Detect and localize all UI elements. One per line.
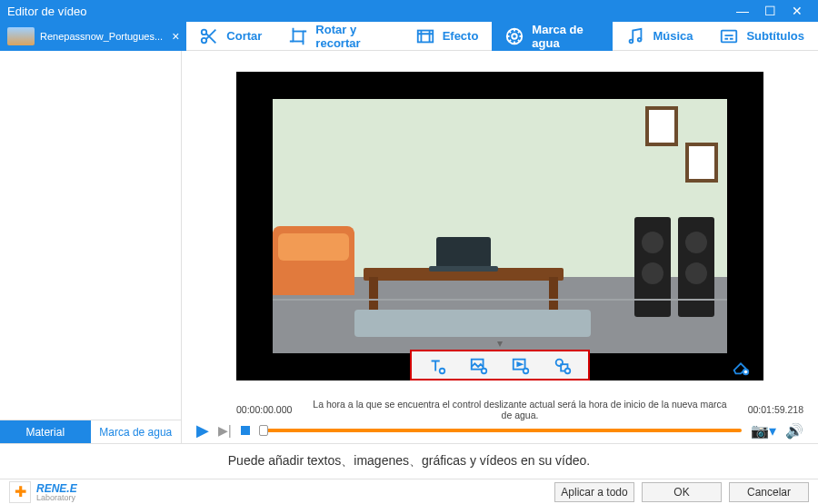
brand: ✚ RENE.E Laboratory <box>9 481 547 503</box>
video-scene <box>273 99 727 353</box>
title-bar: Editor de vídeo — ☐ ✕ <box>0 0 818 22</box>
brand-sub: Laboratory <box>36 493 77 502</box>
svg-point-7 <box>638 37 642 41</box>
step-button-icon[interactable]: ▶| <box>218 423 232 438</box>
file-thumbnail <box>7 27 35 45</box>
file-tab-label: Renepassnow_Portugues... <box>40 31 163 42</box>
file-tab-close-icon[interactable]: × <box>172 29 179 44</box>
sidebar-tab-watermark[interactable]: Marca de agua <box>91 420 182 443</box>
footer: ✚ RENE.E Laboratory Aplicar a todo OK Ca… <box>0 479 818 504</box>
tab-cut[interactable]: Cortar <box>186 22 275 51</box>
watermark-tool-strip <box>410 350 590 380</box>
stamp-icon <box>504 26 524 46</box>
playback-controls: ▶ ▶| 📷▾ 🔊 <box>182 418 818 443</box>
wall-art-1 <box>645 106 678 146</box>
timeline-slider-thumb[interactable] <box>259 425 268 436</box>
tab-watermark[interactable]: Marca de agua <box>492 22 613 51</box>
tab-row: Renepassnow_Portugues... × Cortar Rotar … <box>0 22 818 51</box>
video-frame[interactable]: ▾ <box>236 72 763 380</box>
bottom-bar: Puede añadir textos、imagenes、gráficas y … <box>0 443 818 504</box>
tab-rotate[interactable]: Rotar y recortar <box>275 22 402 51</box>
preview-column: ▾ 00:00:00.000 La hora a la que se encue… <box>182 51 818 443</box>
svg-rect-3 <box>417 30 433 42</box>
close-button[interactable]: ✕ <box>783 4 811 18</box>
apply-all-button[interactable]: Aplicar a todo <box>554 482 634 502</box>
timeline-info: 00:00:00.000 La hora a la que se encuent… <box>182 401 818 418</box>
tab-music[interactable]: Música <box>613 22 706 51</box>
tab-label: Música <box>653 29 693 43</box>
brand-text-wrap: RENE.E Laboratory <box>36 482 77 502</box>
svg-point-6 <box>630 39 633 43</box>
tab-label: Efecto <box>443 29 479 43</box>
svg-rect-2 <box>294 31 304 41</box>
collapse-chevron-icon[interactable]: ▾ <box>497 337 503 350</box>
tab-label: Marca de agua <box>532 23 599 50</box>
rug <box>354 310 591 337</box>
subtitle-icon <box>719 26 739 46</box>
music-note-icon <box>625 26 645 46</box>
stop-button-icon[interactable] <box>241 426 250 435</box>
add-image-watermark-icon[interactable] <box>468 355 490 377</box>
timeline-slider[interactable] <box>259 429 742 432</box>
maximize-button[interactable]: ☐ <box>756 4 783 18</box>
sidebar-tab-material[interactable]: Material <box>0 420 91 443</box>
play-button-icon[interactable]: ▶ <box>196 420 209 440</box>
add-video-watermark-icon[interactable] <box>510 355 532 377</box>
time-start: 00:00:00.000 <box>236 404 292 415</box>
floor-line <box>273 299 727 301</box>
snapshot-icon[interactable]: 📷▾ <box>751 422 776 440</box>
sidebar-bottom-tabs: Material Marca de agua <box>0 420 181 443</box>
ok-button[interactable]: OK <box>642 482 722 502</box>
tab-label: Rotar y recortar <box>315 23 388 50</box>
svg-point-5 <box>513 34 518 39</box>
sidebar: Material Marca de agua <box>0 51 182 443</box>
scissors-icon <box>199 26 219 46</box>
speaker-left <box>634 217 671 317</box>
wall-art-2 <box>685 143 718 183</box>
time-end: 00:01:59.218 <box>748 404 803 415</box>
tab-label: Cortar <box>226 29 262 43</box>
window-title: Editor de vídeo <box>7 5 729 18</box>
add-shape-watermark-icon[interactable] <box>552 355 574 377</box>
brand-logo-icon: ✚ <box>9 481 31 503</box>
erase-watermark-icon[interactable] <box>731 357 751 377</box>
laptop <box>436 237 491 268</box>
sidebar-body <box>0 51 181 420</box>
add-text-watermark-icon[interactable] <box>426 355 448 377</box>
preview-area: ▾ <box>182 51 818 401</box>
minimize-button[interactable]: — <box>729 4 756 18</box>
stab-label: Marca de agua <box>99 426 172 439</box>
stab-label: Material <box>25 426 65 439</box>
cancel-button[interactable]: Cancelar <box>729 482 809 502</box>
tab-subtitle[interactable]: Subtítulos <box>706 22 818 51</box>
tab-label: Subtítulos <box>746 29 804 43</box>
filmstrip-icon <box>415 26 435 46</box>
crop-rotate-icon <box>288 26 308 46</box>
sofa <box>273 226 354 295</box>
helper-text: Puede añadir textos、imagenes、gráficas y … <box>0 444 818 479</box>
volume-icon[interactable]: 🔊 <box>785 422 803 440</box>
tab-effect[interactable]: Efecto <box>403 22 493 51</box>
content-area: Material Marca de agua <box>0 51 818 443</box>
file-tab[interactable]: Renepassnow_Portugues... × <box>0 22 186 51</box>
main-tabs: Cortar Rotar y recortar Efecto Marca de … <box>186 22 818 51</box>
speaker-right <box>678 217 714 317</box>
